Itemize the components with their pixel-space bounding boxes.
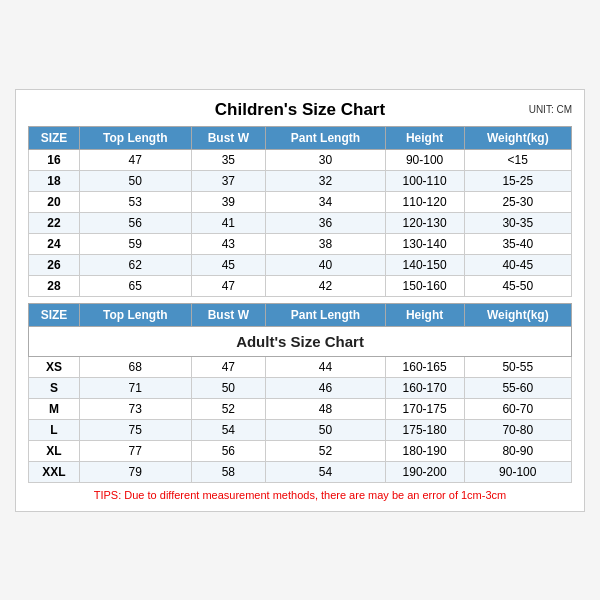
table-cell: 39 xyxy=(191,191,266,212)
table-row: 18503732100-11015-25 xyxy=(29,170,572,191)
children-col-pant-length: Pant Length xyxy=(266,126,386,149)
table-cell: 48 xyxy=(266,398,386,419)
table-cell: 43 xyxy=(191,233,266,254)
adult-col-top-length: Top Length xyxy=(79,303,191,326)
table-row: XL775652180-19080-90 xyxy=(29,440,572,461)
table-row: 28654742150-16045-50 xyxy=(29,275,572,296)
table-cell: 190-200 xyxy=(385,461,464,482)
table-cell: 100-110 xyxy=(385,170,464,191)
table-cell: 46 xyxy=(266,377,386,398)
table-cell: 38 xyxy=(266,233,386,254)
table-cell: 28 xyxy=(29,275,80,296)
table-cell: 15-25 xyxy=(464,170,571,191)
table-cell: 80-90 xyxy=(464,440,571,461)
table-cell: 36 xyxy=(266,212,386,233)
table-cell: 47 xyxy=(79,149,191,170)
table-cell: XS xyxy=(29,356,80,377)
table-cell: 79 xyxy=(79,461,191,482)
unit-label: UNIT: CM xyxy=(529,104,572,115)
table-cell: 45-50 xyxy=(464,275,571,296)
adult-section-title: Adult's Size Chart xyxy=(29,326,572,356)
tips-text: TIPS: Due to different measurement metho… xyxy=(94,489,506,501)
table-cell: 170-175 xyxy=(385,398,464,419)
table-cell: 50 xyxy=(266,419,386,440)
table-cell: 44 xyxy=(266,356,386,377)
table-cell: 140-150 xyxy=(385,254,464,275)
table-cell: 42 xyxy=(266,275,386,296)
table-cell: L xyxy=(29,419,80,440)
children-header-row: SIZE Top Length Bust W Pant Length Heigh… xyxy=(29,126,572,149)
table-cell: 37 xyxy=(191,170,266,191)
table-cell: 35 xyxy=(191,149,266,170)
table-cell: 60-70 xyxy=(464,398,571,419)
table-cell: 30 xyxy=(266,149,386,170)
table-cell: 50 xyxy=(191,377,266,398)
adult-col-weight: Weight(kg) xyxy=(464,303,571,326)
table-cell: 55-60 xyxy=(464,377,571,398)
table-cell: 47 xyxy=(191,356,266,377)
table-cell: 45 xyxy=(191,254,266,275)
table-cell: 58 xyxy=(191,461,266,482)
table-cell: 50 xyxy=(79,170,191,191)
children-col-size: SIZE xyxy=(29,126,80,149)
table-cell: 24 xyxy=(29,233,80,254)
table-cell: 70-80 xyxy=(464,419,571,440)
adult-size-table: Adult's Size Chart SIZE Top Length Bust … xyxy=(28,303,572,483)
table-row: M735248170-17560-70 xyxy=(29,398,572,419)
table-cell: 40-45 xyxy=(464,254,571,275)
adult-section-title-row: Adult's Size Chart xyxy=(29,326,572,356)
table-cell: 53 xyxy=(79,191,191,212)
table-row: S715046160-17055-60 xyxy=(29,377,572,398)
table-cell: 41 xyxy=(191,212,266,233)
children-col-bust-w: Bust W xyxy=(191,126,266,149)
table-cell: 22 xyxy=(29,212,80,233)
children-col-weight: Weight(kg) xyxy=(464,126,571,149)
adult-col-height: Height xyxy=(385,303,464,326)
table-cell: 75 xyxy=(79,419,191,440)
table-cell: 90-100 xyxy=(464,461,571,482)
table-cell: 50-55 xyxy=(464,356,571,377)
table-cell: 54 xyxy=(191,419,266,440)
table-cell: 65 xyxy=(79,275,191,296)
table-cell: 160-165 xyxy=(385,356,464,377)
table-cell: 40 xyxy=(266,254,386,275)
table-row: XS684744160-16550-55 xyxy=(29,356,572,377)
table-cell: 52 xyxy=(191,398,266,419)
table-cell: 56 xyxy=(79,212,191,233)
title-row: Children's Size Chart UNIT: CM xyxy=(28,100,572,120)
table-cell: 56 xyxy=(191,440,266,461)
table-cell: 35-40 xyxy=(464,233,571,254)
table-cell: 73 xyxy=(79,398,191,419)
table-cell: 110-120 xyxy=(385,191,464,212)
table-cell: 130-140 xyxy=(385,233,464,254)
table-cell: 52 xyxy=(266,440,386,461)
table-cell: <15 xyxy=(464,149,571,170)
children-col-height: Height xyxy=(385,126,464,149)
chart-container: Children's Size Chart UNIT: CM SIZE Top … xyxy=(15,89,585,512)
table-cell: 54 xyxy=(266,461,386,482)
main-title: Children's Size Chart xyxy=(215,100,385,120)
table-cell: 30-35 xyxy=(464,212,571,233)
table-cell: 77 xyxy=(79,440,191,461)
table-cell: 90-100 xyxy=(385,149,464,170)
table-cell: 150-160 xyxy=(385,275,464,296)
table-cell: 18 xyxy=(29,170,80,191)
children-size-table: SIZE Top Length Bust W Pant Length Heigh… xyxy=(28,126,572,297)
children-col-top-length: Top Length xyxy=(79,126,191,149)
table-cell: 160-170 xyxy=(385,377,464,398)
table-cell: 59 xyxy=(79,233,191,254)
table-row: XXL795854190-20090-100 xyxy=(29,461,572,482)
tips-row: TIPS: Due to different measurement metho… xyxy=(28,489,572,501)
table-cell: 71 xyxy=(79,377,191,398)
table-row: 22564136120-13030-35 xyxy=(29,212,572,233)
table-row: 24594338130-14035-40 xyxy=(29,233,572,254)
table-row: 20533934110-12025-30 xyxy=(29,191,572,212)
table-cell: 20 xyxy=(29,191,80,212)
adult-col-size: SIZE xyxy=(29,303,80,326)
table-cell: 120-130 xyxy=(385,212,464,233)
table-cell: 62 xyxy=(79,254,191,275)
adult-col-pant-length: Pant Length xyxy=(266,303,386,326)
table-cell: 16 xyxy=(29,149,80,170)
table-cell: XL xyxy=(29,440,80,461)
table-cell: XXL xyxy=(29,461,80,482)
